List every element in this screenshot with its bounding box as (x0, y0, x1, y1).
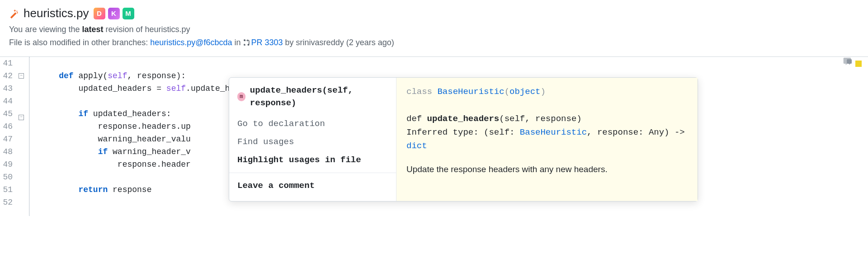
pr-icon (243, 39, 250, 46)
gutter: 414243444546474849505152 −− (0, 57, 29, 216)
doc-class-decl: class BaseHeuristic(object) (406, 85, 688, 98)
symbol-popup: m update_headers(self, response) Go to d… (229, 77, 698, 201)
doc-inferred-mid: , response: Any) -> (587, 127, 685, 137)
line-number: 49 (0, 158, 13, 171)
line-number: 46 (0, 120, 13, 133)
revision-line: You are viewing the latest revision of h… (9, 25, 859, 34)
method-badge-icon: m (237, 92, 245, 101)
doc-class-name[interactable]: BaseHeuristic (437, 87, 504, 97)
action-goto-declaration[interactable]: Go to declaration (229, 115, 396, 133)
doc-inferred-line: Inferred type: (self: BaseHeuristic, res… (406, 126, 688, 153)
doc-class-kw: class (406, 87, 437, 97)
line-numbers: 414243444546474849505152 (0, 57, 15, 216)
doc-close-paren: ) (540, 87, 545, 97)
doc-open-paren: ( (505, 87, 509, 97)
line-number: 47 (0, 133, 13, 145)
doc-def-params: (self, response) (499, 114, 581, 124)
code-container: 414243444546474849505152 −− m update_hea… (0, 57, 868, 216)
warning-marker[interactable] (855, 61, 862, 67)
line-number: 41 (0, 57, 13, 70)
fold-column: −− (15, 57, 27, 216)
doc-def-line: def update_headers(self, response) (406, 112, 688, 126)
pr-link[interactable]: PR 3303 (251, 38, 283, 47)
branch-by: by srinivasreddy (2 years ago) (283, 38, 394, 47)
revision-suffix: revision of heuristics.py (103, 25, 190, 34)
action-leave-comment[interactable]: Leave a comment (229, 177, 396, 195)
right-markers (843, 57, 862, 70)
file-title: heuristics.py (24, 6, 89, 20)
line-number: 51 (0, 183, 13, 196)
user-badges: D K M (94, 8, 134, 19)
branch-link[interactable]: heuristics.py@f6cbcda (150, 38, 232, 47)
line-number: 52 (0, 196, 13, 209)
doc-def-name: update_headers (427, 114, 500, 124)
file-header: heuristics.py D K M You are viewing the … (0, 0, 868, 57)
badge-k[interactable]: K (108, 8, 120, 19)
code-body[interactable]: m update_headers(self, response) Go to d… (33, 57, 868, 216)
line-number: 45 (0, 108, 13, 120)
branch-in: in (232, 38, 243, 47)
doc-inferred-prefix: Inferred type: (self: (406, 127, 520, 137)
branch-line: File is also modified in other branches:… (9, 38, 859, 47)
revision-bold: latest (82, 25, 103, 34)
comment-icon[interactable] (843, 57, 852, 70)
revision-prefix: You are viewing the (9, 25, 82, 34)
line-number: 42 (0, 70, 13, 82)
doc-class-base[interactable]: object (509, 87, 540, 97)
doc-inferred-ret[interactable]: dict (406, 141, 427, 151)
fold-toggle[interactable]: − (19, 73, 24, 79)
line-number: 48 (0, 145, 13, 158)
action-highlight-usages[interactable]: Highlight usages in file (229, 151, 396, 169)
doc-def-kw: def (406, 114, 427, 124)
code-line[interactable] (39, 57, 868, 70)
doc-inferred-class[interactable]: BaseHeuristic (520, 127, 587, 137)
fold-toggle[interactable]: − (19, 115, 24, 120)
wand-icon (9, 9, 19, 19)
title-row: heuristics.py D K M (9, 6, 859, 20)
popup-signature: update_headers(self, response) (250, 84, 388, 109)
line-number: 43 (0, 82, 13, 95)
popup-title: m update_headers(self, response) (229, 82, 396, 115)
action-find-usages[interactable]: Find usages (229, 133, 396, 151)
line-number: 50 (0, 171, 13, 183)
doc-description: Update the response headers with any new… (406, 163, 688, 176)
branch-prefix: File is also modified in other branches: (9, 38, 150, 47)
line-number: 44 (0, 95, 13, 108)
popup-actions: m update_headers(self, response) Go to d… (229, 78, 396, 201)
popup-doc: class BaseHeuristic(object) def update_h… (396, 78, 698, 201)
action-separator (229, 173, 396, 173)
badge-d[interactable]: D (94, 8, 105, 19)
badge-m[interactable]: M (123, 8, 134, 19)
